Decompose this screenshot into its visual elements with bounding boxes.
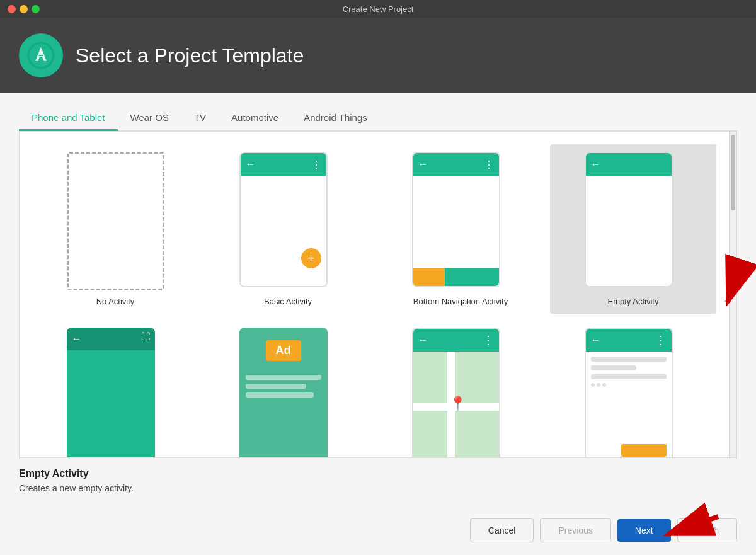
md-dot-3	[602, 383, 606, 387]
maps-body: 📍	[413, 352, 499, 457]
maps-preview: ← ⋮ 📍	[412, 328, 510, 457]
template-basic-activity[interactable]: ← ⋮ + Basic Activity	[205, 144, 371, 314]
md-yellow-bar	[621, 444, 667, 457]
maps-phone: ← ⋮ 📍	[412, 328, 500, 457]
bottom-nav-phone: ← ⋮	[412, 152, 500, 287]
md-dot-2	[597, 383, 600, 387]
tab-wear-os[interactable]: Wear OS	[118, 106, 181, 131]
basic-activity-body: +	[241, 176, 326, 286]
ad-lines	[246, 375, 321, 398]
basic-activity-topbar: ← ⋮	[241, 153, 326, 176]
main-window: Select a Project Template Phone and Tabl…	[0, 18, 756, 555]
tab-bar: Phone and Tablet Wear OS TV Automotive A…	[19, 93, 737, 131]
master-detail-topbar: ← ⋮	[586, 329, 672, 352]
master-detail-phone: ← ⋮	[585, 328, 673, 457]
template-master-detail[interactable]: ← ⋮	[550, 320, 716, 457]
tab-android-things[interactable]: Android Things	[291, 106, 380, 131]
maps-topbar: ← ⋮	[413, 329, 499, 352]
selected-template-title: Empty Activity	[19, 468, 737, 479]
basic-activity-phone: ← ⋮ +	[239, 152, 328, 287]
template-fullscreen[interactable]: ← ⛶ Fullscreen Activity	[32, 320, 198, 457]
template-maps[interactable]: ← ⋮ 📍 Google Maps Activity	[377, 320, 544, 457]
ad-line-3	[246, 392, 314, 398]
template-no-activity[interactable]: No Activity	[32, 144, 198, 314]
back-icon: ←	[246, 159, 256, 170]
footer: Cancel Previous Next Finish	[0, 512, 756, 555]
bottom-nav-body	[413, 176, 499, 286]
empty-activity-label: Empty Activity	[608, 297, 659, 306]
expand-icon: ⛶	[141, 331, 150, 341]
admob-preview: Ad	[239, 328, 337, 457]
template-bottom-nav[interactable]: ← ⋮ Bottom Navigation Activity	[377, 144, 544, 314]
no-activity-preview	[67, 152, 164, 290]
empty-activity-phone: ←	[585, 152, 673, 287]
empty-activity-body	[586, 176, 672, 286]
titlebar: Create New Project	[0, 0, 756, 18]
md-line-1	[591, 357, 667, 362]
bottom-nav-preview: ← ⋮	[412, 152, 510, 290]
more-icon-3: ⋮	[483, 333, 494, 347]
basic-activity-label: Basic Activity	[264, 297, 312, 306]
empty-activity-topbar: ←	[586, 153, 672, 176]
back-icon-3: ←	[591, 159, 601, 170]
cancel-button[interactable]: Cancel	[470, 518, 534, 542]
bottom-nav-bar	[413, 268, 499, 286]
template-grid: No Activity ← ⋮ +	[20, 132, 729, 457]
back-icon-2: ←	[418, 159, 428, 170]
close-button[interactable]	[8, 5, 16, 13]
minimize-button[interactable]	[20, 5, 28, 13]
tab-tv[interactable]: TV	[181, 106, 219, 131]
fullscreen-phone: ← ⛶	[67, 328, 155, 457]
md-dot-1	[591, 383, 595, 387]
more-icon-4: ⋮	[655, 333, 667, 347]
page-title: Select a Project Template	[76, 44, 304, 67]
no-activity-label: No Activity	[96, 297, 135, 306]
more-icon: ⋮	[311, 159, 321, 171]
ad-line-2	[246, 384, 306, 389]
template-grid-container: No Activity ← ⋮ +	[19, 131, 737, 458]
admob-phone: Ad	[239, 328, 328, 457]
empty-activity-preview: ←	[585, 152, 682, 290]
bottom-nav-topbar: ← ⋮	[413, 153, 499, 176]
md-line-3	[591, 374, 667, 379]
more-icon-2: ⋮	[484, 159, 494, 171]
back-icon-6: ←	[591, 335, 601, 346]
window-title: Create New Project	[343, 4, 414, 14]
map-pin: 📍	[449, 396, 466, 412]
no-activity-dashed-box	[67, 152, 164, 290]
scrollbar-thumb[interactable]	[731, 135, 735, 210]
template-admob[interactable]: Ad Google AdMob Ads Activity	[205, 320, 371, 457]
template-empty-activity[interactable]: ← Empty Activity	[550, 144, 716, 314]
content-area: Phone and Tablet Wear OS TV Automotive A…	[0, 93, 756, 512]
ad-line-1	[246, 375, 321, 380]
basic-activity-preview: ← ⋮ +	[239, 152, 337, 290]
md-dots	[591, 383, 667, 387]
master-detail-body	[586, 352, 672, 457]
window-controls[interactable]	[8, 5, 40, 13]
maximize-button[interactable]	[32, 5, 40, 13]
bottom-nav-label: Bottom Navigation Activity	[413, 297, 508, 306]
previous-button[interactable]: Previous	[540, 518, 610, 542]
md-line-2	[591, 365, 636, 370]
tab-automotive[interactable]: Automotive	[219, 106, 291, 131]
master-detail-preview: ← ⋮	[585, 328, 682, 457]
diagonal-decoration	[67, 346, 67, 457]
back-icon-4: ←	[72, 333, 82, 345]
fab-icon: +	[301, 248, 321, 268]
selected-template-description: Empty Activity Creates a new empty activ…	[19, 458, 737, 500]
fullscreen-preview: ← ⛶	[67, 328, 164, 457]
back-icon-5: ←	[418, 335, 428, 346]
android-icon	[27, 42, 55, 69]
finish-button[interactable]: Finish	[677, 518, 737, 542]
next-button[interactable]: Next	[617, 519, 671, 542]
bottom-nav-selected	[413, 268, 445, 286]
tab-phone-tablet[interactable]: Phone and Tablet	[19, 106, 118, 131]
scrollbar[interactable]	[729, 132, 736, 457]
selected-template-text: Creates a new empty activity.	[19, 483, 737, 493]
ad-banner: Ad	[266, 340, 301, 361]
header: Select a Project Template	[0, 18, 756, 93]
android-logo	[19, 33, 63, 77]
